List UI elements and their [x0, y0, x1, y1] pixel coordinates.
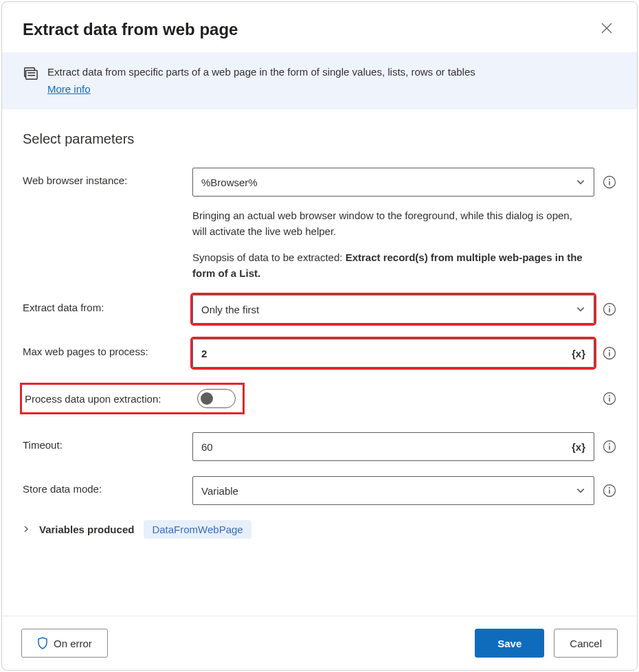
svg-rect-14	[609, 352, 610, 357]
store-mode-select[interactable]: Variable	[192, 476, 594, 505]
dialog: Extract data from web page Extract data …	[1, 1, 638, 671]
dialog-footer: On error Save Cancel	[2, 616, 637, 670]
dialog-header: Extract data from web page	[2, 2, 637, 52]
svg-point-22	[609, 487, 610, 489]
variables-produced-label: Variables produced	[39, 524, 134, 535]
variables-produced-row[interactable]: Variables produced DataFromWebPage	[23, 520, 616, 539]
save-label: Save	[497, 638, 522, 649]
helper-line1: Bringing an actual web browser window to…	[192, 210, 572, 237]
variable-token-icon[interactable]: {x}	[572, 348, 585, 359]
shield-icon	[37, 637, 48, 649]
extract-icon	[23, 66, 38, 81]
info-icon[interactable]	[603, 440, 616, 453]
timeout-input[interactable]: 60 {x}	[192, 432, 594, 461]
info-icon[interactable]	[603, 346, 616, 360]
info-banner: Extract data from specific parts of a we…	[2, 52, 637, 109]
more-info-link[interactable]: More info	[47, 82, 91, 98]
variable-chip[interactable]: DataFromWebPage	[144, 520, 251, 539]
svg-point-16	[609, 395, 610, 396]
banner-description: Extract data from specific parts of a we…	[47, 66, 475, 78]
field-timeout: Timeout: 60 {x}	[23, 432, 616, 461]
variable-token-icon[interactable]: {x}	[572, 441, 585, 453]
svg-rect-8	[609, 181, 610, 186]
svg-point-19	[609, 443, 610, 445]
field-max-pages: Max web pages to process: 2 {x}	[23, 339, 616, 368]
svg-rect-20	[609, 446, 610, 450]
on-error-label: On error	[54, 638, 92, 649]
field-store-mode: Store data mode: Variable	[23, 476, 616, 505]
field-extract-from: Extract data from: Only the first	[23, 295, 616, 324]
process-upon-toggle[interactable]	[197, 389, 236, 408]
max-pages-value: 2	[201, 348, 207, 359]
chevron-down-icon	[576, 304, 585, 314]
field-browser-instance: Web browser instance: %Browser%	[23, 168, 616, 197]
store-mode-value: Variable	[201, 485, 238, 497]
process-upon-highlight: Process data upon extraction:	[20, 383, 245, 414]
cancel-label: Cancel	[570, 638, 602, 649]
info-icon[interactable]	[603, 484, 616, 497]
toggle-knob	[201, 392, 213, 405]
svg-point-7	[609, 179, 610, 180]
chevron-down-icon	[576, 486, 585, 495]
info-icon[interactable]	[603, 175, 616, 189]
chevron-right-icon	[23, 524, 30, 535]
field-process-upon: Process data upon extraction:	[23, 383, 616, 414]
max-pages-input[interactable]: 2 {x}	[192, 339, 594, 368]
extract-from-select[interactable]: Only the first	[192, 295, 594, 324]
dialog-title: Extract data from web page	[23, 20, 238, 39]
close-icon[interactable]	[597, 19, 616, 40]
chevron-down-icon	[576, 177, 585, 187]
store-mode-label: Store data mode:	[23, 476, 192, 495]
browser-instance-label: Web browser instance:	[23, 168, 192, 186]
browser-instance-select[interactable]: %Browser%	[192, 168, 594, 197]
browser-helper-text: Bringing an actual web browser window to…	[192, 208, 616, 281]
svg-rect-23	[609, 490, 610, 494]
extract-from-label: Extract data from:	[23, 295, 192, 313]
banner-text: Extract data from specific parts of a we…	[47, 65, 475, 97]
max-pages-label: Max web pages to process:	[23, 339, 192, 357]
synopsis-prefix: Synopsis of data to be extracted:	[192, 251, 346, 263]
browser-instance-value: %Browser%	[201, 177, 258, 188]
svg-point-13	[609, 350, 610, 351]
svg-rect-11	[609, 309, 610, 313]
svg-rect-17	[609, 398, 610, 402]
timeout-label: Timeout:	[23, 432, 192, 451]
svg-rect-3	[26, 70, 38, 79]
on-error-button[interactable]: On error	[21, 629, 108, 658]
svg-point-10	[609, 306, 610, 307]
info-icon[interactable]	[603, 392, 616, 405]
info-icon[interactable]	[603, 302, 616, 316]
save-button[interactable]: Save	[475, 629, 544, 658]
section-title: Select parameters	[23, 131, 616, 147]
extract-from-value: Only the first	[201, 304, 259, 315]
timeout-value: 60	[201, 441, 213, 453]
dialog-content: Select parameters Web browser instance: …	[2, 109, 637, 616]
cancel-button[interactable]: Cancel	[554, 629, 618, 658]
process-upon-label: Process data upon extraction:	[22, 393, 192, 405]
